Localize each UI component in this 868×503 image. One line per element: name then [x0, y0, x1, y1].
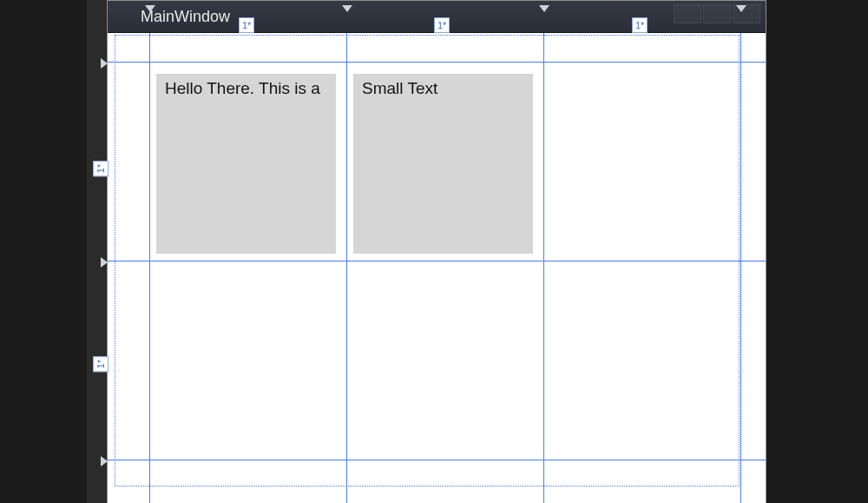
col-gripper-0[interactable] — [145, 5, 155, 12]
row-size-badge-0[interactable]: 1* — [93, 161, 108, 176]
minimize-button[interactable] — [674, 4, 701, 23]
row-gripper-bottom[interactable] — [101, 456, 108, 467]
col-gripper-1[interactable] — [342, 5, 352, 12]
grid-col-line-0[interactable] — [149, 33, 150, 503]
preview-window[interactable]: MainWindow Hello There. This is a — [107, 0, 766, 503]
grid-row-line-0[interactable] — [108, 62, 766, 63]
textblock-1-text: Small Text — [362, 79, 437, 97]
maximize-button[interactable] — [703, 4, 731, 23]
grid-col-line-1[interactable] — [346, 33, 347, 503]
col-size-badge-1[interactable]: 1* — [434, 17, 450, 33]
col-gripper-3[interactable] — [736, 5, 746, 12]
col-size-badge-0[interactable]: 1* — [239, 17, 254, 33]
row-ruler — [87, 0, 107, 503]
grid-col-line-3[interactable] — [740, 33, 741, 503]
window-chrome-buttons — [674, 4, 760, 23]
grid-col-line-2[interactable] — [543, 33, 544, 503]
window-client-area[interactable]: Hello There. This is a Small Text — [108, 33, 766, 503]
grid-row-line-2[interactable] — [108, 460, 766, 460]
textblock-0-text: Hello There. This is a — [165, 79, 320, 97]
textblock-1[interactable]: Small Text — [353, 74, 533, 254]
col-gripper-2[interactable] — [539, 5, 549, 12]
designer-workspace: 1* 1* MainWindow — [0, 0, 868, 503]
row-gripper-top[interactable] — [101, 58, 108, 69]
grid-row-line-1[interactable] — [108, 261, 766, 261]
row-gripper-mid[interactable] — [101, 257, 108, 268]
textblock-0[interactable]: Hello There. This is a — [156, 74, 336, 254]
row-size-badge-1[interactable]: 1* — [93, 356, 108, 372]
col-size-badge-2[interactable]: 1* — [632, 17, 648, 33]
